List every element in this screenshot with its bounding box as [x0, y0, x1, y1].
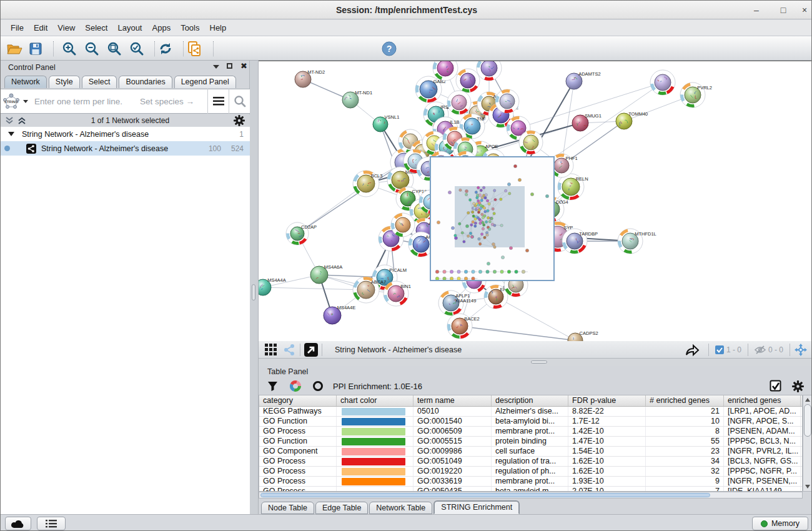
tab-network[interactable]: Network [4, 76, 47, 88]
tab-boundaries[interactable]: Boundaries [119, 76, 172, 88]
network-node[interactable] [456, 69, 480, 92]
expand-all-icon[interactable] [17, 116, 27, 125]
zoom-in-button[interactable] [61, 41, 78, 57]
menu-item-apps[interactable]: Apps [147, 21, 176, 34]
zoom-fit-button[interactable] [106, 41, 123, 57]
network-node[interactable]: BIN1 [384, 281, 411, 306]
panel-menu-icon[interactable] [213, 65, 219, 69]
scroll-down-button[interactable] [804, 482, 811, 490]
column-header-enriched-genes[interactable]: enriched genes [724, 395, 801, 406]
table-row[interactable]: GO ProcessGO:0019220regulation of ph...1… [259, 467, 802, 477]
splitter-grip[interactable] [252, 284, 255, 300]
table-row[interactable]: GO ComponentGO:0009986cell surface1.54E-… [259, 447, 802, 457]
string-query-input[interactable]: Enter one term per line. [34, 97, 122, 106]
network-from-file-button[interactable] [186, 41, 203, 57]
collapse-all-icon[interactable] [4, 116, 14, 125]
table-row[interactable]: KEGG Pathways05010Alzheimer's dise...8.8… [259, 407, 802, 417]
scroll-up-button[interactable] [804, 395, 811, 404]
pie-chart-icon[interactable] [289, 380, 302, 392]
network-node[interactable]: MTHFD1L [618, 229, 656, 254]
table-row[interactable]: GO ProcessGO:0033619membrane prot...1.93… [259, 477, 802, 487]
close-panel-icon[interactable]: ✖ [240, 63, 247, 69]
share-network-icon[interactable] [284, 344, 296, 356]
network-node[interactable]: PVRL2 [680, 82, 712, 107]
table-row[interactable]: GO FunctionGO:0001540beta-amyloid bi...1… [259, 417, 802, 427]
column-header-description[interactable]: description [492, 395, 568, 406]
network-edge[interactable] [297, 162, 404, 234]
network-edge[interactable] [518, 82, 663, 128]
network-node[interactable]: APLP1KIAA1149 [438, 290, 476, 315]
network-node[interactable]: MS4A4A [259, 277, 286, 295]
tab-string-enrichment[interactable]: STRING Enrichment [433, 500, 520, 514]
network-node[interactable] [519, 131, 543, 154]
tab-legend-panel[interactable]: Legend Panel [174, 76, 236, 88]
refresh-button[interactable] [157, 41, 174, 57]
network-node[interactable]: BCL3 [353, 171, 382, 197]
scrollbar-thumb[interactable] [804, 404, 811, 437]
menu-item-file[interactable]: File [6, 21, 29, 34]
pan-mode-icon[interactable] [794, 343, 808, 357]
gear-icon[interactable] [792, 380, 804, 392]
save-session-button[interactable] [27, 41, 44, 57]
network-node[interactable]: BACE2 [447, 314, 480, 339]
tab-select[interactable]: Select [82, 76, 117, 88]
help-button[interactable]: ? [380, 41, 398, 57]
close-button[interactable]: × [795, 3, 812, 17]
network-node[interactable]: CADPS2 [568, 330, 598, 341]
menu-item-select[interactable]: Select [80, 21, 112, 34]
column-header-chart-color[interactable]: chart color [337, 395, 413, 406]
birds-eye-view[interactable] [430, 156, 555, 281]
column-header-term-name[interactable]: term name [413, 395, 492, 406]
network-node[interactable] [477, 61, 502, 81]
memory-button[interactable]: Memory [752, 517, 808, 530]
network-edge[interactable] [496, 297, 575, 340]
network-node[interactable]: MS4A4E [324, 305, 355, 324]
ring-chart-icon[interactable] [312, 380, 324, 392]
splitter-grip[interactable] [531, 360, 547, 364]
zoom-out-button[interactable] [83, 41, 101, 57]
network-node[interactable] [391, 213, 415, 237]
table-row[interactable]: GO ProcessGO:0006509membrane prot...1.42… [259, 427, 802, 437]
tab-style[interactable]: Style [49, 76, 80, 88]
filter-icon[interactable] [267, 381, 278, 392]
network-node[interactable] [433, 61, 458, 81]
cloud-button[interactable] [5, 517, 31, 530]
menu-item-tools[interactable]: Tools [176, 21, 204, 34]
network-edge[interactable] [263, 287, 366, 290]
menu-item-help[interactable]: Help [205, 21, 232, 34]
string-logo-icon[interactable]: STRING [1, 92, 22, 110]
network-edge[interactable] [460, 326, 575, 340]
set-species-link[interactable]: Set species → [140, 97, 207, 106]
open-session-button[interactable] [6, 41, 23, 57]
string-source-caret-icon[interactable] [23, 100, 28, 103]
menu-item-edit[interactable]: Edit [29, 21, 52, 34]
column-header-enriched-genes[interactable]: # enriched genes [646, 395, 724, 406]
export-network-icon[interactable] [685, 343, 700, 357]
network-row[interactable]: String Network - Alzheimer's disease 100… [1, 141, 250, 156]
grid-view-icon[interactable] [265, 344, 277, 356]
network-node[interactable]: TOMM40 [616, 111, 648, 129]
zoom-selected-button[interactable] [128, 41, 146, 57]
column-header-FDR-p-value[interactable]: FDR p-value [568, 395, 646, 406]
tab-edge-table[interactable]: Edge Table [315, 502, 368, 514]
column-header-category[interactable]: category [259, 395, 337, 406]
panel-splitter[interactable] [250, 61, 259, 514]
network-node[interactable]: VSNL1 [373, 114, 399, 132]
network-node[interactable]: SMUG1 [572, 113, 602, 131]
select-checkbox-icon[interactable] [770, 380, 782, 392]
float-panel-icon[interactable] [227, 63, 232, 69]
tab-node-table[interactable]: Node Table [261, 502, 314, 514]
scrollbar-thumb[interactable] [260, 493, 710, 497]
network-node[interactable] [650, 70, 675, 95]
gear-icon[interactable] [234, 115, 245, 126]
table-panel-splitter[interactable] [259, 359, 812, 366]
maximize-button[interactable]: □ [774, 3, 793, 17]
table-row[interactable]: GO ProcessGO:0050435beta-amyloid m...2.0… [259, 487, 802, 492]
network-node[interactable]: MT-ND2 [295, 69, 325, 87]
tree-expand-icon[interactable] [8, 132, 14, 136]
network-collection-row[interactable]: String Network - Alzheimer's disease 1 [1, 127, 250, 141]
table-vertical-scrollbar[interactable] [803, 395, 812, 492]
network-node[interactable] [495, 89, 519, 113]
open-in-window-icon[interactable] [304, 343, 318, 357]
table-row[interactable]: GO ProcessGO:0051049regulation of tra...… [259, 457, 802, 467]
